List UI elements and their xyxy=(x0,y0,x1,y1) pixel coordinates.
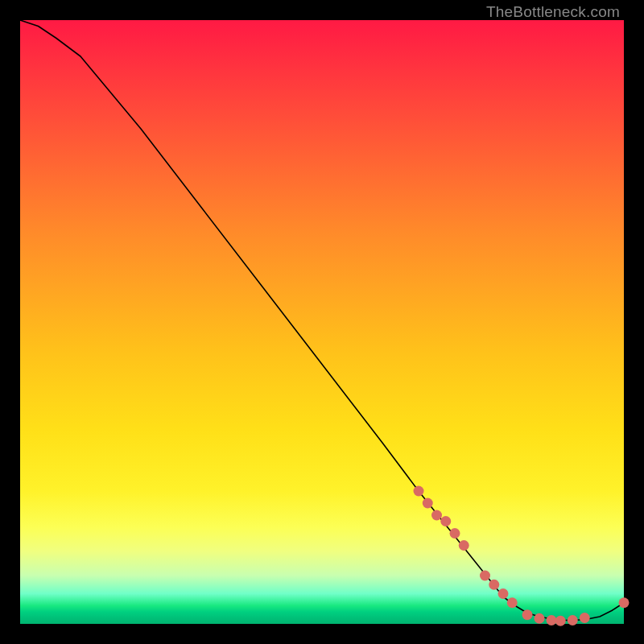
data-marker xyxy=(522,609,533,620)
marker-group xyxy=(414,486,630,626)
data-marker xyxy=(450,528,460,539)
data-marker xyxy=(498,588,509,599)
data-marker xyxy=(535,613,545,624)
data-marker xyxy=(440,516,451,526)
watermark-text: TheBottleneck.com xyxy=(486,3,620,21)
data-marker xyxy=(507,597,518,608)
data-marker xyxy=(480,571,490,581)
data-marker xyxy=(580,613,590,623)
chart-container: TheBottleneck.com xyxy=(0,0,644,644)
data-marker xyxy=(555,616,566,626)
data-marker xyxy=(489,580,499,590)
data-marker xyxy=(431,510,442,521)
data-marker xyxy=(459,540,469,551)
data-curve xyxy=(20,20,624,621)
data-marker xyxy=(423,498,433,509)
chart-svg xyxy=(0,0,644,644)
data-marker xyxy=(619,597,630,608)
data-marker xyxy=(568,615,578,625)
data-marker xyxy=(414,486,424,497)
data-marker xyxy=(547,615,557,625)
